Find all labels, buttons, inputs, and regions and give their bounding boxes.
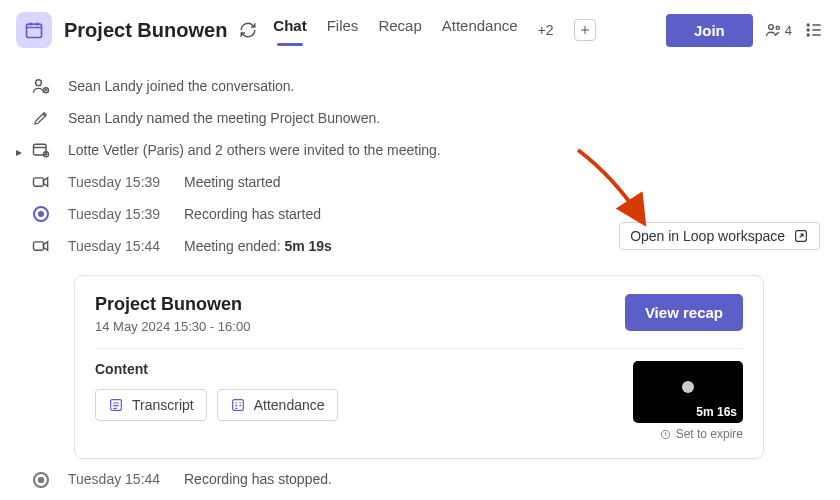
- tab-recap[interactable]: Recap: [378, 17, 421, 44]
- tab-chat[interactable]: Chat: [273, 17, 306, 44]
- join-button[interactable]: Join: [666, 14, 753, 47]
- attendance-icon: [230, 397, 246, 413]
- record-icon: [30, 203, 52, 225]
- video-icon: [30, 235, 52, 257]
- panel-toggle-icon[interactable]: [804, 20, 824, 40]
- svg-point-6: [36, 80, 42, 86]
- video-icon: [30, 171, 52, 193]
- event-text: Recording has stopped.: [184, 470, 332, 488]
- person-add-icon: [30, 75, 52, 97]
- card-time-range: 14 May 2024 15:30 - 16:00: [95, 319, 250, 334]
- thumbnail-content-icon: [682, 381, 694, 393]
- system-event-joined: Sean Landy joined the conversation.: [30, 75, 820, 97]
- system-event-invited: ▸ Lotte Vetler (Paris) and 2 others were…: [30, 139, 820, 161]
- recording-thumbnail[interactable]: 5m 16s: [633, 361, 743, 423]
- attendance-chip[interactable]: Attendance: [217, 389, 338, 421]
- tab-overflow[interactable]: +2: [538, 22, 554, 38]
- meeting-icon[interactable]: [16, 12, 52, 48]
- svg-point-3: [807, 24, 809, 26]
- svg-point-1: [768, 25, 773, 30]
- add-tab-button[interactable]: [574, 19, 596, 41]
- recap-card: Project Bunowen 14 May 2024 15:30 - 16:0…: [74, 275, 764, 459]
- event-text: Recording has started: [184, 205, 321, 223]
- content-heading: Content: [95, 361, 338, 377]
- stop-icon: [30, 469, 52, 491]
- chat-feed: Sean Landy joined the conversation. Sean…: [0, 51, 840, 491]
- system-event-named: Sean Landy named the meeting Project Bun…: [30, 107, 820, 129]
- card-title: Project Bunowen: [95, 294, 250, 315]
- participants-count[interactable]: 4: [765, 21, 792, 39]
- expand-caret-icon[interactable]: ▸: [16, 145, 22, 161]
- svg-rect-0: [27, 24, 42, 37]
- clock-icon: [660, 429, 671, 440]
- system-event-recording-stopped: Tuesday 15:44 Recording has stopped.: [30, 469, 820, 491]
- participants-number: 4: [785, 23, 792, 38]
- edit-icon: [30, 107, 52, 129]
- event-text: Sean Landy joined the conversation.: [68, 77, 295, 95]
- page-title: Project Bunowen: [64, 19, 227, 42]
- calendar-add-icon: [30, 139, 52, 161]
- system-event-meeting-started: Tuesday 15:39 Meeting started: [30, 171, 820, 193]
- video-duration: 5m 16s: [696, 405, 737, 419]
- tab-files[interactable]: Files: [327, 17, 359, 44]
- timestamp: Tuesday 15:39: [68, 205, 168, 223]
- open-in-loop-button[interactable]: Open in Loop workspace: [619, 222, 820, 250]
- transcript-icon: [108, 397, 124, 413]
- svg-rect-11: [34, 242, 44, 250]
- transcript-chip[interactable]: Transcript: [95, 389, 207, 421]
- chip-label: Transcript: [132, 397, 194, 413]
- timestamp: Tuesday 15:39: [68, 173, 168, 191]
- duration: 5m 19s: [284, 238, 331, 254]
- timestamp: Tuesday 15:44: [68, 237, 168, 255]
- tab-attendance[interactable]: Attendance: [442, 17, 518, 44]
- svg-point-4: [807, 29, 809, 31]
- event-text: Lotte Vetler (Paris) and 2 others were i…: [68, 141, 441, 159]
- chip-label: Attendance: [254, 397, 325, 413]
- open-external-icon: [793, 228, 809, 244]
- event-text: Meeting started: [184, 173, 281, 191]
- svg-rect-10: [34, 178, 44, 186]
- view-recap-button[interactable]: View recap: [625, 294, 743, 331]
- sync-icon[interactable]: [239, 21, 257, 39]
- svg-point-5: [807, 34, 809, 36]
- expire-label: Set to expire: [660, 427, 743, 441]
- event-text: Sean Landy named the meeting Project Bun…: [68, 109, 380, 127]
- timestamp: Tuesday 15:44: [68, 470, 168, 488]
- button-label: Open in Loop workspace: [630, 228, 785, 244]
- tab-bar: Chat Files Recap Attendance +2: [273, 17, 595, 44]
- svg-point-2: [776, 26, 779, 29]
- svg-rect-13: [232, 400, 243, 411]
- event-text: Meeting ended: 5m 19s: [184, 237, 332, 255]
